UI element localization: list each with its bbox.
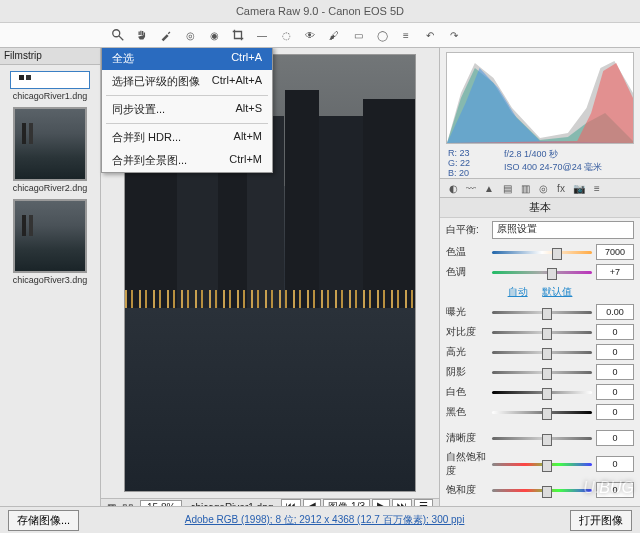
rotate-ccw-icon[interactable]: ↶	[422, 27, 438, 43]
exif-iso: ISO 400 24-70@24 毫米	[504, 161, 602, 174]
thumb-image[interactable]	[10, 71, 90, 89]
slider-value[interactable]: 0	[596, 364, 634, 380]
slider[interactable]	[492, 306, 592, 318]
slider-label: 高光	[446, 345, 488, 359]
gradient-icon[interactable]: ▭	[350, 27, 366, 43]
histogram[interactable]	[446, 52, 634, 144]
slider[interactable]	[492, 346, 592, 358]
eyedropper-icon[interactable]	[158, 27, 174, 43]
radial-icon[interactable]: ◯	[374, 27, 390, 43]
zoom-level[interactable]: 15.8%	[140, 500, 182, 507]
nav-prev-icon[interactable]: ◀	[303, 499, 321, 506]
menu-icon[interactable]: ☰	[414, 499, 433, 506]
section-title: 基本	[440, 198, 640, 218]
nav-first-icon[interactable]: ⏮	[281, 499, 301, 506]
preview-area: 全选Ctrl+A选择已评级的图像Ctrl+Alt+A同步设置...Alt+S合并…	[101, 48, 439, 506]
slider-row: 阴影0	[440, 362, 640, 382]
rotate-cw-icon[interactable]: ↷	[446, 27, 462, 43]
slider[interactable]	[492, 366, 592, 378]
save-image-button[interactable]: 存储图像...	[8, 510, 79, 531]
slider-value[interactable]: 0.00	[596, 304, 634, 320]
filmstrip: Filmstrip chicagoRiver1.dngchicagoRiver2…	[0, 48, 101, 506]
thumb-label: chicagoRiver3.dng	[8, 275, 92, 285]
slider-label: 饱和度	[446, 483, 488, 497]
workflow-link[interactable]: Adobe RGB (1998); 8 位; 2912 x 4368 (12.7…	[87, 513, 562, 527]
slider-value[interactable]: 0	[596, 384, 634, 400]
menu-item[interactable]: 选择已评级的图像Ctrl+Alt+A	[102, 70, 272, 93]
hand-tool-icon[interactable]	[134, 27, 150, 43]
tab-lens-icon[interactable]: ◎	[536, 181, 550, 195]
toolbar: ◎ ◉ — ◌ 👁 🖌 ▭ ◯ ≡ ↶ ↷	[0, 23, 640, 48]
menu-item[interactable]: 全选Ctrl+A	[102, 48, 272, 70]
straighten-icon[interactable]: —	[254, 27, 270, 43]
tab-cal-icon[interactable]: 📷	[572, 181, 586, 195]
thumbnail[interactable]: chicagoRiver3.dng	[8, 199, 92, 285]
sampler-icon[interactable]: ◎	[182, 27, 198, 43]
slider[interactable]	[492, 484, 592, 496]
slider-row: 高光0	[440, 342, 640, 362]
tab-detail-icon[interactable]: ▲	[482, 181, 496, 195]
tab-preset-icon[interactable]: ≡	[590, 181, 604, 195]
slider[interactable]	[492, 458, 592, 470]
watermark: U.BUG	[583, 479, 634, 497]
svg-point-0	[113, 30, 120, 37]
slider-row: 色温7000	[440, 242, 640, 262]
thumbnail[interactable]: chicagoRiver1.dng	[8, 71, 92, 101]
open-image-button[interactable]: 打开图像	[570, 510, 632, 531]
slider[interactable]	[492, 246, 592, 258]
slider-label: 自然饱和度	[446, 450, 488, 478]
zoom-tool-icon[interactable]	[110, 27, 126, 43]
wb-label: 白平衡:	[446, 223, 488, 237]
crop-icon[interactable]	[230, 27, 246, 43]
slider-value[interactable]: 0	[596, 456, 634, 472]
tab-fx-icon[interactable]: fx	[554, 181, 568, 195]
slider[interactable]	[492, 432, 592, 444]
slider-row: 清晰度0	[440, 428, 640, 448]
tab-split-icon[interactable]: ▥	[518, 181, 532, 195]
current-file-label: chicagoRiver1.dng	[188, 502, 275, 507]
menu-item[interactable]: 同步设置...Alt+S	[102, 98, 272, 121]
slider-value[interactable]: 0	[596, 404, 634, 420]
thumb-image[interactable]	[13, 199, 87, 273]
wb-preset-select[interactable]: 原照设置	[492, 221, 634, 239]
slider[interactable]	[492, 326, 592, 338]
slider-row: 黑色0	[440, 402, 640, 422]
thumb-image[interactable]	[13, 107, 87, 181]
slider-row: 自然饱和度0	[440, 448, 640, 480]
slider-value[interactable]: 0	[596, 324, 634, 340]
slider-label: 对比度	[446, 325, 488, 339]
tab-basic-icon[interactable]: ◐	[446, 181, 460, 195]
rgb-b: B: 20	[448, 168, 498, 178]
slider-row: 白色0	[440, 382, 640, 402]
brush-icon[interactable]: 🖌	[326, 27, 342, 43]
slider[interactable]	[492, 266, 592, 278]
target-adjust-icon[interactable]: ◉	[206, 27, 222, 43]
slider-label: 色调	[446, 265, 488, 279]
slider-row: 对比度0	[440, 322, 640, 342]
panel-tabs: ◐ 〰 ▲ ▤ ▥ ◎ fx 📷 ≡	[440, 178, 640, 198]
nav-last-icon[interactable]: ⏭	[392, 499, 412, 506]
tab-curve-icon[interactable]: 〰	[464, 181, 478, 195]
title-bar: Camera Raw 9.0 - Canon EOS 5D	[0, 0, 640, 23]
slider[interactable]	[492, 386, 592, 398]
thumbnail[interactable]: chicagoRiver2.dng	[8, 107, 92, 193]
prefs-icon[interactable]: ≡	[398, 27, 414, 43]
slider-value[interactable]: +7	[596, 264, 634, 280]
adjust-panel: R: 23 G: 22 B: 20 f/2.8 1/400 秒 ISO 400 …	[439, 48, 640, 506]
menu-item[interactable]: 合并到全景图...Ctrl+M	[102, 149, 272, 172]
slider-row: 色调+7	[440, 262, 640, 282]
view-icon[interactable]: ▦	[107, 502, 116, 507]
rgb-g: G: 22	[448, 158, 498, 168]
menu-item[interactable]: 合并到 HDR...Alt+M	[102, 126, 272, 149]
slider[interactable]	[492, 406, 592, 418]
nav-next-icon[interactable]: ▶	[372, 499, 390, 506]
compare-icon[interactable]: ▯▯	[122, 502, 134, 507]
slider-value[interactable]: 7000	[596, 244, 634, 260]
auto-link[interactable]: 自动	[508, 286, 528, 297]
slider-value[interactable]: 0	[596, 344, 634, 360]
default-link[interactable]: 默认值	[542, 286, 572, 297]
redeye-icon[interactable]: 👁	[302, 27, 318, 43]
tab-hsl-icon[interactable]: ▤	[500, 181, 514, 195]
slider-value[interactable]: 0	[596, 430, 634, 446]
spot-icon[interactable]: ◌	[278, 27, 294, 43]
